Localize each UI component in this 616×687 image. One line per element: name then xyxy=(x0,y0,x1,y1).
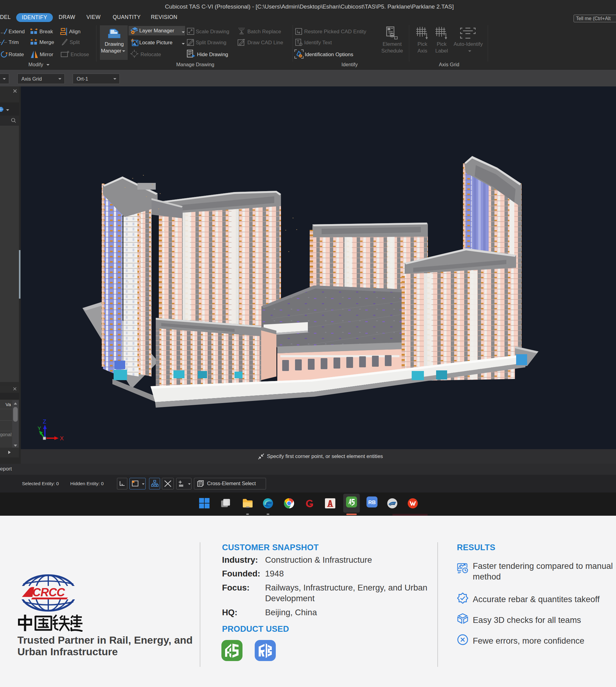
svg-text:X: X xyxy=(60,435,64,442)
svg-text:CRCC: CRCC xyxy=(32,586,65,599)
svg-text:Y: Y xyxy=(38,426,41,431)
svg-text:Z: Z xyxy=(43,418,46,425)
svg-text:RB: RB xyxy=(368,500,376,505)
